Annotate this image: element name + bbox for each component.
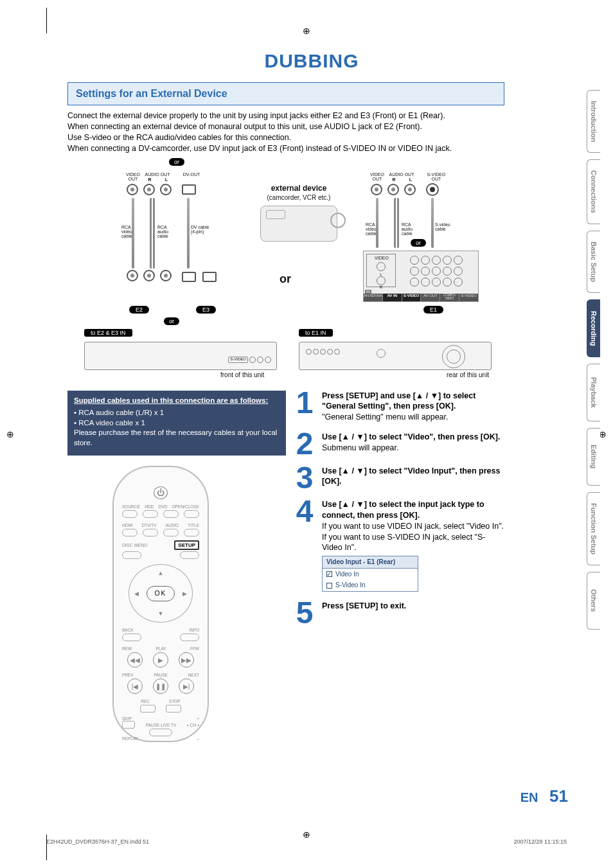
- cables-heading: Supplied cables used in this connection …: [74, 396, 280, 406]
- checkbox-icon: [326, 571, 332, 577]
- audio-r-port: [143, 184, 155, 195]
- label-audio-out-r: AUDIO OUT: [389, 172, 414, 177]
- imprint-file: E2H42UD_DVDR3576H-37_EN.indd 51: [46, 838, 149, 845]
- menu-option: S-Video In: [335, 581, 366, 590]
- label-l: L: [163, 177, 170, 182]
- rear-lbl: COMPO- NENT: [440, 294, 459, 301]
- video-input-menu: Video Input - E1 (Rear) Video In S-Video…: [322, 556, 418, 592]
- remote-label: SOURCE: [122, 504, 140, 509]
- tab-playback[interactable]: Playback: [587, 364, 600, 421]
- remote-label: DTV/TV: [142, 523, 157, 527]
- remote-label: PAUSE LIVE TV: [146, 723, 176, 727]
- label-dv-out: DV-OUT: [181, 172, 202, 177]
- audio-l-port: [160, 184, 172, 195]
- label-rca-video-2: RCA video cable: [366, 222, 385, 236]
- camcorder-illustration: [260, 206, 337, 242]
- label-rca-video: RCA video cable: [121, 225, 141, 238]
- step-bold: Use [▲ / ▼] to select "Video Input", the…: [322, 466, 500, 486]
- label-r: R: [146, 177, 154, 182]
- label-r2: R: [390, 177, 398, 182]
- page-number: 51: [549, 786, 568, 806]
- step-5: 5 Press [SETUP] to exit.: [292, 601, 504, 625]
- label-video-out: VIDEO OUT: [124, 172, 142, 181]
- label-audio-out: AUDIO OUT: [145, 172, 170, 177]
- label-l2: L: [407, 177, 414, 182]
- rear-lbl: VIDEO: [369, 256, 394, 260]
- remote-label: PLAY: [155, 646, 166, 651]
- menu-option: Video In: [335, 570, 359, 579]
- menu-header: Video Input - E1 (Rear): [323, 556, 418, 569]
- remote-label: OPEN/CLOSE: [172, 504, 199, 509]
- remote-control-illustration: ⏻ SOURCE HDD DVD OPEN/CLOSE HDMI DTV/TV …: [112, 466, 209, 742]
- front-unit-illustration: S-VIDEO: [84, 342, 277, 370]
- language-code: EN: [520, 790, 538, 804]
- audio-l-port-2: [404, 184, 416, 195]
- remote-label: BACK: [122, 628, 134, 632]
- intro-text: Connect the external device properly to …: [67, 111, 556, 154]
- step-bold: Press [SETUP] to exit.: [322, 601, 406, 610]
- tab-others[interactable]: Others: [587, 572, 600, 630]
- remote-label: HDMI: [122, 523, 133, 527]
- rear-jack-panel: VIDEO L R IN ANTENNA AV IN S-VIDEO AV OU…: [363, 251, 479, 302]
- big-or-label: or: [280, 272, 291, 286]
- checkbox-icon: [326, 583, 332, 589]
- page-content: DUBBING Settings for an External Device …: [67, 50, 556, 742]
- dv-out-port: [182, 184, 196, 195]
- external-device-label: external device: [254, 184, 344, 193]
- svideo-out-port: [426, 183, 439, 196]
- step-1: 1 Press [SETUP] and use [▲ / ▼] to selec…: [292, 391, 504, 423]
- e2-video-port: [127, 270, 138, 281]
- crop-mark: [46, 8, 47, 33]
- remote-label: AUDIO: [166, 523, 179, 527]
- rca-audio-cable-2: [394, 198, 399, 248]
- remote-label: REW: [122, 646, 132, 651]
- page-footer: EN 51: [520, 786, 568, 806]
- label-svideo-out: S-VIDEO OUT: [425, 172, 448, 181]
- rear-lbl: R: [367, 285, 395, 289]
- to-e2e3-tag: to E2 & E3 IN: [84, 329, 132, 337]
- rear-caption: rear of this unit: [447, 371, 489, 378]
- intro-line: When connecting a DV-camcorder, use DV i…: [67, 143, 556, 154]
- step-bold: Use [▲ / ▼] to select "Video", then pres…: [322, 432, 500, 441]
- remote-label: FFW: [190, 646, 199, 651]
- step-2: 2 Use [▲ / ▼] to select "Video", then pr…: [292, 432, 504, 456]
- external-device-sublabel: (camcorder, VCR etc.): [254, 194, 344, 201]
- side-tabs: Introduction Connections Basic Setup Rec…: [587, 90, 600, 630]
- tab-introduction[interactable]: Introduction: [587, 90, 600, 153]
- step-bold: Press [SETUP] and use [▲ / ▼] to select …: [322, 391, 475, 411]
- tab-basic-setup[interactable]: Basic Setup: [587, 231, 600, 293]
- step-3: 3 Use [▲ / ▼] to select "Video Input", t…: [292, 466, 504, 490]
- label-rca-audio: RCA audio cable: [157, 225, 177, 238]
- step-rest: Submenu will appear.: [322, 443, 399, 452]
- or-pill-3: or: [411, 239, 426, 247]
- video-out-port-2: [371, 184, 382, 195]
- cables-line: • RCA audio cable (L/R) x 1: [74, 409, 164, 416]
- tab-editing[interactable]: Editing: [587, 428, 600, 486]
- tab-recording[interactable]: Recording: [587, 299, 600, 357]
- front-caption: front of this unit: [220, 371, 264, 378]
- remote-label: INFO: [189, 628, 199, 632]
- intro-line: Connect the external device properly to …: [67, 111, 556, 121]
- registration-mark-top: ⊕: [303, 26, 310, 36]
- step-number: 3: [292, 466, 317, 490]
- remote-label: REPLAY: [122, 736, 138, 741]
- rear-lbl: L: [367, 272, 395, 276]
- dv-cable: [187, 198, 190, 269]
- imprint-line: E2H42UD_DVDR3576H-37_EN.indd 51 2007/12/…: [46, 838, 567, 845]
- connection-diagram: or VIDEO OUT AUDIO OUT R L DV-OUT RCA vi…: [67, 158, 504, 383]
- e3-badge: E3: [196, 306, 216, 314]
- remote-label: NEXT: [188, 673, 199, 677]
- step-rest: If you want to use VIDEO IN jack, select…: [322, 522, 504, 531]
- tab-function-setup[interactable]: Function Setup: [587, 492, 600, 565]
- label-video-out-r: VIDEO OUT: [368, 172, 386, 181]
- step-rest: "General Setting" menu will appear.: [322, 412, 448, 421]
- step-4: 4 Use [▲ / ▼] to select the input jack t…: [292, 499, 504, 592]
- step-number: 2: [292, 432, 317, 456]
- tab-connections[interactable]: Connections: [587, 159, 600, 224]
- e3-dv-port: [182, 272, 196, 282]
- cables-line: • RCA video cable x 1: [74, 419, 145, 427]
- svideo-cable: [431, 198, 434, 248]
- rear-lbl: AV OUT: [421, 294, 440, 301]
- e2-audio-r-port: [143, 270, 155, 281]
- step-number: 4: [292, 499, 317, 592]
